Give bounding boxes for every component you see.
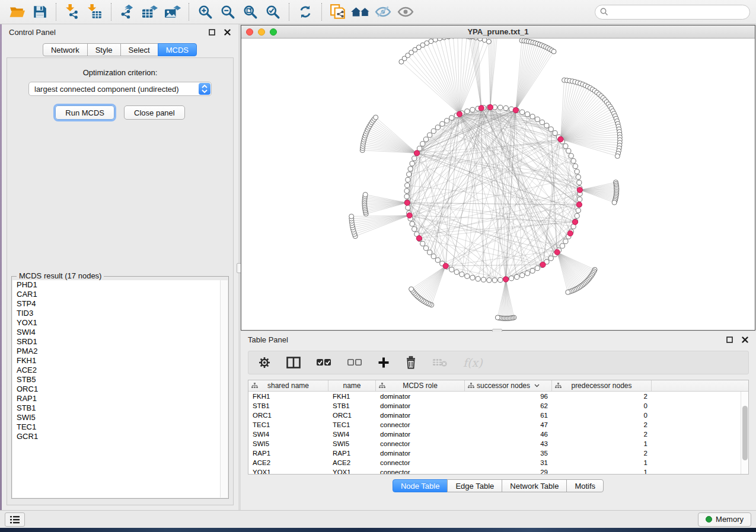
homes-icon[interactable]: [350, 3, 371, 21]
mcds-result-item[interactable]: CAR1: [12, 290, 228, 299]
cell: SWI4: [248, 431, 328, 438]
mcds-result-item[interactable]: GCR1: [12, 432, 228, 441]
mcds-result-item[interactable]: YOX1: [12, 318, 228, 328]
column-header-MCDS-role[interactable]: MCDS role: [376, 380, 465, 391]
status-bar: Memory: [0, 510, 756, 528]
network-view-window: YPA_prune.txt_1: [241, 25, 755, 331]
cell: 1: [552, 459, 652, 466]
table-row[interactable]: RAP1RAP1dominator352: [248, 448, 748, 458]
mcds-result-item[interactable]: TID3: [12, 309, 228, 318]
optimization-criterion-label: Optimization criterion:: [7, 68, 233, 77]
hide-eye-icon[interactable]: [373, 3, 393, 21]
mcds-result-item[interactable]: STB1: [12, 403, 228, 413]
cell: 0: [552, 412, 652, 419]
cell: YOX1: [328, 469, 376, 475]
float-panel-icon[interactable]: [208, 28, 216, 36]
mcds-result-item[interactable]: STP4: [12, 299, 228, 309]
cell: dominator: [376, 431, 465, 438]
cell: 0: [552, 402, 652, 409]
tab-network[interactable]: Network: [43, 43, 88, 56]
toolbar-separator: [111, 3, 111, 21]
mcds-result-item[interactable]: ACE2: [12, 366, 228, 375]
table-row[interactable]: ORC1ORC1dominator610: [248, 411, 748, 420]
export-table-icon[interactable]: [140, 3, 160, 21]
tab-edge-table[interactable]: Edge Table: [447, 479, 502, 492]
open-session-icon[interactable]: [7, 3, 27, 21]
close-table-panel-icon[interactable]: [741, 336, 749, 344]
zoom-selected-icon[interactable]: [263, 3, 283, 21]
column-header-shared-name[interactable]: shared name: [248, 380, 328, 391]
import-network-icon[interactable]: [62, 3, 82, 21]
mcds-result-item[interactable]: STB5: [12, 375, 228, 384]
run-mcds-button[interactable]: Run MCDS: [55, 105, 114, 120]
mcds-result-item[interactable]: FKH1: [12, 356, 228, 366]
table-row[interactable]: SWI4SWI4dominator462: [248, 430, 748, 439]
table-row[interactable]: TEC1TEC1connector472: [248, 420, 748, 430]
mcds-result-title: MCDS result (17 nodes): [17, 271, 104, 280]
network-graph[interactable]: [241, 39, 755, 329]
tab-mcds[interactable]: MCDS: [158, 43, 197, 56]
add-column-icon[interactable]: [378, 355, 390, 370]
import-table-icon[interactable]: [85, 3, 105, 21]
export-network-icon[interactable]: [117, 3, 138, 21]
table-scrollbar-thumb[interactable]: [742, 406, 748, 460]
gear-icon[interactable]: [258, 355, 271, 370]
cell: ORC1: [328, 412, 376, 419]
toolbar-separator: [56, 3, 56, 21]
network-canvas[interactable]: [241, 39, 755, 329]
cell: STB1: [248, 402, 328, 409]
cell: 1: [552, 440, 652, 447]
mcds-result-item[interactable]: SRD1: [12, 337, 228, 347]
select-stepper-icon: [199, 83, 210, 95]
cell: FKH1: [328, 393, 376, 400]
refresh-network-icon[interactable]: [295, 3, 315, 21]
close-panel-icon[interactable]: [224, 28, 231, 36]
mcds-result-item[interactable]: PMA2: [12, 347, 228, 356]
search-input[interactable]: [611, 8, 745, 17]
memory-status-icon: [706, 516, 712, 523]
show-eye-icon[interactable]: [395, 3, 416, 21]
tab-style[interactable]: Style: [87, 43, 121, 56]
tab-node-table[interactable]: Node Table: [393, 479, 448, 492]
table-row[interactable]: YOX1YOX1connector291: [248, 467, 748, 475]
table-row[interactable]: FKH1FKH1dominator962: [248, 392, 748, 401]
cell: dominator: [376, 393, 465, 400]
table-scrollbar[interactable]: [741, 392, 748, 474]
close-panel-button[interactable]: Close panel: [124, 105, 185, 120]
save-session-icon[interactable]: [30, 3, 50, 21]
tab-motifs[interactable]: Motifs: [566, 479, 604, 492]
zoom-out-icon[interactable]: [218, 3, 238, 21]
column-header-predecessor-nodes[interactable]: predecessor nodes: [552, 380, 652, 391]
delete-column-icon[interactable]: [405, 355, 417, 370]
select-all-icon[interactable]: [316, 355, 331, 370]
result-list-scrollbar[interactable]: [220, 280, 228, 498]
memory-button[interactable]: Memory: [698, 512, 751, 527]
column-header-successor-nodes[interactable]: successor nodes: [465, 380, 552, 391]
toolbar-separator: [189, 3, 189, 21]
column-header-name[interactable]: name: [328, 380, 376, 391]
split-columns-icon[interactable]: [286, 355, 301, 370]
optimization-criterion-select[interactable]: largest connected component (undirected): [28, 82, 212, 96]
mcds-result-item[interactable]: TEC1: [12, 422, 228, 432]
unselect-all-icon[interactable]: [347, 355, 362, 370]
tab-select[interactable]: Select: [120, 43, 158, 56]
zoom-in-icon[interactable]: [195, 3, 215, 21]
tab-network-table[interactable]: Network Table: [502, 479, 567, 492]
mcds-result-item[interactable]: ORC1: [12, 384, 228, 394]
cell: TEC1: [328, 421, 376, 428]
table-row[interactable]: SWI5SWI5connector431: [248, 439, 748, 448]
mcds-result-item[interactable]: SWI5: [12, 413, 228, 422]
mcds-result-list[interactable]: PHD1CAR1STP4TID3YOX1SWI4SRD1PMA2FKH1ACE2…: [12, 280, 228, 498]
export-image-icon[interactable]: [162, 3, 183, 21]
float-table-panel-icon[interactable]: [726, 336, 733, 344]
delete-table-icon: [432, 355, 448, 370]
task-history-button[interactable]: [5, 512, 25, 527]
search-box[interactable]: [595, 5, 750, 20]
table-row[interactable]: STB1STB1dominator620: [248, 401, 748, 411]
mcds-result-item[interactable]: SWI4: [12, 328, 228, 337]
mcds-result-item[interactable]: PHD1: [12, 280, 228, 290]
zoom-fit-icon[interactable]: [240, 3, 260, 21]
table-row[interactable]: ACE2ACE2connector311: [248, 458, 748, 467]
duplicate-network-icon[interactable]: [328, 3, 348, 21]
mcds-result-item[interactable]: RAP1: [12, 394, 228, 403]
